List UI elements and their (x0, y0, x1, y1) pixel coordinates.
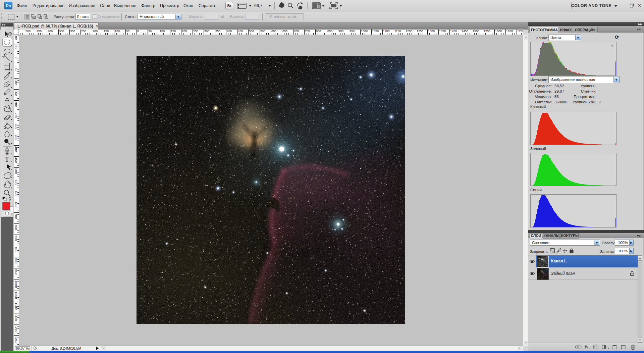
svg-text:fx: fx (585, 344, 588, 349)
svg-text:T: T (5, 155, 9, 163)
